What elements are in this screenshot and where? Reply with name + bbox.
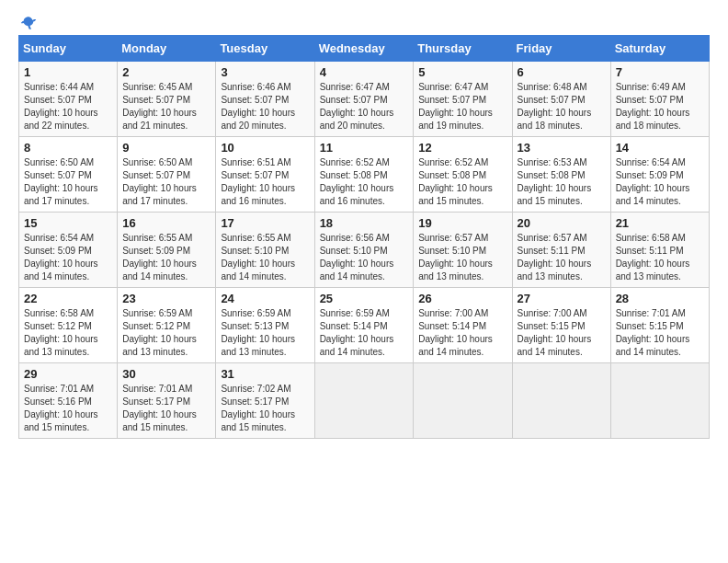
calendar-cell: 22 Sunrise: 6:58 AM Sunset: 5:12 PM Dayl… [19, 288, 118, 363]
page-header [18, 18, 710, 31]
day-number: 26 [418, 292, 506, 305]
calendar-day-header: Saturday [610, 36, 709, 62]
day-number: 18 [320, 216, 409, 230]
day-number: 21 [616, 216, 704, 230]
calendar-cell: 8 Sunrise: 6:50 AM Sunset: 5:07 PM Dayli… [19, 137, 118, 213]
day-info: Sunrise: 7:00 AM Sunset: 5:15 PM Dayligh… [518, 307, 606, 359]
day-number: 31 [221, 367, 309, 381]
day-number: 7 [616, 65, 704, 79]
calendar-cell: 3 Sunrise: 6:46 AM Sunset: 5:07 PM Dayli… [216, 62, 314, 137]
calendar-cell: 9 Sunrise: 6:50 AM Sunset: 5:07 PM Dayli… [118, 137, 216, 213]
calendar-cell: 13 Sunrise: 6:53 AM Sunset: 5:08 PM Dayl… [512, 137, 610, 213]
day-info: Sunrise: 6:50 AM Sunset: 5:07 PM Dayligh… [24, 156, 112, 208]
day-number: 6 [518, 65, 606, 79]
day-info: Sunrise: 6:54 AM Sunset: 5:09 PM Dayligh… [24, 232, 112, 283]
day-number: 28 [616, 292, 704, 305]
calendar-table: SundayMondayTuesdayWednesdayThursdayFrid… [18, 35, 710, 439]
day-number: 9 [122, 141, 210, 155]
logo [18, 18, 37, 31]
day-info: Sunrise: 6:58 AM Sunset: 5:11 PM Dayligh… [616, 232, 704, 283]
day-info: Sunrise: 7:01 AM Sunset: 5:15 PM Dayligh… [616, 307, 704, 359]
day-info: Sunrise: 6:59 AM Sunset: 5:12 PM Dayligh… [122, 307, 210, 359]
day-info: Sunrise: 6:51 AM Sunset: 5:07 PM Dayligh… [221, 156, 309, 208]
day-number: 22 [24, 292, 112, 305]
day-number: 25 [320, 292, 409, 305]
day-info: Sunrise: 6:58 AM Sunset: 5:12 PM Dayligh… [24, 307, 112, 359]
day-info: Sunrise: 6:48 AM Sunset: 5:07 PM Dayligh… [518, 81, 606, 132]
calendar-week-row: 15 Sunrise: 6:54 AM Sunset: 5:09 PM Dayl… [19, 213, 710, 288]
calendar-cell: 5 Sunrise: 6:47 AM Sunset: 5:07 PM Dayli… [414, 62, 512, 137]
day-info: Sunrise: 6:49 AM Sunset: 5:07 PM Dayligh… [616, 81, 704, 132]
day-number: 10 [221, 141, 309, 155]
calendar-cell: 11 Sunrise: 6:52 AM Sunset: 5:08 PM Dayl… [314, 137, 414, 213]
calendar-cell: 31 Sunrise: 7:02 AM Sunset: 5:17 PM Dayl… [216, 363, 314, 439]
calendar-cell: 25 Sunrise: 6:59 AM Sunset: 5:14 PM Dayl… [314, 288, 414, 363]
day-number: 13 [518, 141, 606, 155]
day-info: Sunrise: 6:55 AM Sunset: 5:09 PM Dayligh… [122, 232, 210, 283]
calendar-cell: 16 Sunrise: 6:55 AM Sunset: 5:09 PM Dayl… [118, 213, 216, 288]
calendar-body: 1 Sunrise: 6:44 AM Sunset: 5:07 PM Dayli… [19, 62, 710, 439]
day-number: 8 [24, 141, 112, 155]
day-number: 1 [24, 65, 112, 79]
calendar-cell: 6 Sunrise: 6:48 AM Sunset: 5:07 PM Dayli… [512, 62, 610, 137]
day-number: 11 [320, 141, 409, 155]
calendar-cell: 10 Sunrise: 6:51 AM Sunset: 5:07 PM Dayl… [216, 137, 314, 213]
day-number: 16 [122, 216, 210, 230]
calendar-cell: 29 Sunrise: 7:01 AM Sunset: 5:16 PM Dayl… [19, 363, 118, 439]
day-info: Sunrise: 6:56 AM Sunset: 5:10 PM Dayligh… [320, 232, 409, 283]
day-number: 23 [122, 292, 210, 305]
day-number: 3 [221, 65, 309, 79]
day-number: 5 [418, 65, 506, 79]
calendar-cell: 19 Sunrise: 6:57 AM Sunset: 5:10 PM Dayl… [414, 213, 512, 288]
calendar-cell: 21 Sunrise: 6:58 AM Sunset: 5:11 PM Dayl… [610, 213, 709, 288]
day-info: Sunrise: 6:59 AM Sunset: 5:13 PM Dayligh… [221, 307, 309, 359]
day-info: Sunrise: 6:47 AM Sunset: 5:07 PM Dayligh… [320, 81, 409, 132]
day-info: Sunrise: 7:01 AM Sunset: 5:16 PM Dayligh… [24, 383, 112, 434]
calendar-cell [414, 363, 512, 439]
calendar-cell: 24 Sunrise: 6:59 AM Sunset: 5:13 PM Dayl… [216, 288, 314, 363]
calendar-header-row: SundayMondayTuesdayWednesdayThursdayFrid… [19, 36, 710, 62]
day-info: Sunrise: 7:02 AM Sunset: 5:17 PM Dayligh… [221, 383, 309, 434]
day-info: Sunrise: 6:45 AM Sunset: 5:07 PM Dayligh… [122, 81, 210, 132]
day-number: 20 [518, 216, 606, 230]
calendar-cell: 23 Sunrise: 6:59 AM Sunset: 5:12 PM Dayl… [118, 288, 216, 363]
calendar-day-header: Friday [512, 36, 610, 62]
day-number: 14 [616, 141, 704, 155]
calendar-day-header: Thursday [414, 36, 512, 62]
calendar-cell: 27 Sunrise: 7:00 AM Sunset: 5:15 PM Dayl… [512, 288, 610, 363]
calendar-week-row: 29 Sunrise: 7:01 AM Sunset: 5:16 PM Dayl… [19, 363, 710, 439]
day-info: Sunrise: 6:50 AM Sunset: 5:07 PM Dayligh… [122, 156, 210, 208]
day-number: 17 [221, 216, 309, 230]
day-info: Sunrise: 6:57 AM Sunset: 5:10 PM Dayligh… [418, 232, 506, 283]
calendar-day-header: Wednesday [314, 36, 414, 62]
calendar-cell: 1 Sunrise: 6:44 AM Sunset: 5:07 PM Dayli… [19, 62, 118, 137]
day-number: 27 [518, 292, 606, 305]
day-info: Sunrise: 6:52 AM Sunset: 5:08 PM Dayligh… [320, 156, 409, 208]
calendar-cell: 12 Sunrise: 6:52 AM Sunset: 5:08 PM Dayl… [414, 137, 512, 213]
day-number: 4 [320, 65, 409, 79]
day-info: Sunrise: 6:59 AM Sunset: 5:14 PM Dayligh… [320, 307, 409, 359]
calendar-week-row: 8 Sunrise: 6:50 AM Sunset: 5:07 PM Dayli… [19, 137, 710, 213]
day-number: 29 [24, 367, 112, 381]
day-info: Sunrise: 7:00 AM Sunset: 5:14 PM Dayligh… [418, 307, 506, 359]
calendar-cell: 18 Sunrise: 6:56 AM Sunset: 5:10 PM Dayl… [314, 213, 414, 288]
day-info: Sunrise: 6:57 AM Sunset: 5:11 PM Dayligh… [518, 232, 606, 283]
day-number: 12 [418, 141, 506, 155]
day-number: 24 [221, 292, 309, 305]
calendar-cell [610, 363, 709, 439]
calendar-cell: 4 Sunrise: 6:47 AM Sunset: 5:07 PM Dayli… [314, 62, 414, 137]
calendar-cell: 7 Sunrise: 6:49 AM Sunset: 5:07 PM Dayli… [610, 62, 709, 137]
calendar-cell [512, 363, 610, 439]
calendar-cell: 2 Sunrise: 6:45 AM Sunset: 5:07 PM Dayli… [118, 62, 216, 137]
calendar-cell: 20 Sunrise: 6:57 AM Sunset: 5:11 PM Dayl… [512, 213, 610, 288]
day-number: 15 [24, 216, 112, 230]
calendar-cell: 17 Sunrise: 6:55 AM Sunset: 5:10 PM Dayl… [216, 213, 314, 288]
day-info: Sunrise: 6:53 AM Sunset: 5:08 PM Dayligh… [518, 156, 606, 208]
day-number: 30 [122, 367, 210, 381]
calendar-cell [314, 363, 414, 439]
day-info: Sunrise: 7:01 AM Sunset: 5:17 PM Dayligh… [122, 383, 210, 434]
day-info: Sunrise: 6:52 AM Sunset: 5:08 PM Dayligh… [418, 156, 506, 208]
calendar-cell: 28 Sunrise: 7:01 AM Sunset: 5:15 PM Dayl… [610, 288, 709, 363]
day-number: 2 [122, 65, 210, 79]
calendar-cell: 14 Sunrise: 6:54 AM Sunset: 5:09 PM Dayl… [610, 137, 709, 213]
